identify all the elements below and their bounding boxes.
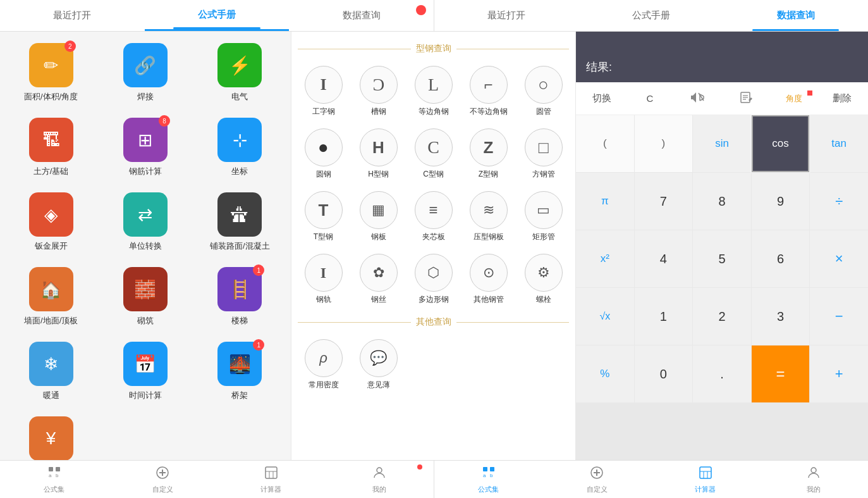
round-steel-icon: ● (305, 128, 343, 166)
0-button[interactable]: 0 (635, 345, 693, 402)
sound-button[interactable] (675, 87, 721, 110)
5-button[interactable]: 5 (693, 230, 751, 287)
middle-panel-steel: 型钢查询 I 工字钢 C 槽钢 L 等边角钢 ⌐ 不等边角钢 ○ 圆管 (291, 32, 575, 460)
bottom-custom2[interactable]: 自定义 (543, 461, 652, 498)
steel-uneq-angle[interactable]: ⌐ 不等边角钢 (463, 62, 514, 121)
memo-button[interactable] (723, 86, 769, 111)
steel-c-beam[interactable]: C C型钢 (408, 125, 459, 184)
app-elec[interactable]: ⚡ 电气 (195, 38, 284, 108)
tab-formula2[interactable]: 公式手册 (579, 0, 724, 31)
app-bridge[interactable]: 🌉 1 桥架 (195, 337, 284, 406)
steel-bolt[interactable]: ⚙ 螺栓 (518, 250, 569, 309)
tan-button[interactable]: tan (810, 115, 868, 172)
bottom-mine-label: 我的 (372, 485, 386, 494)
dot-button[interactable]: . (693, 345, 751, 402)
pct-button[interactable]: % (576, 345, 634, 402)
feedback-item[interactable]: 💬 意见薄 (353, 335, 404, 394)
app-rebar[interactable]: ⊞ 8 钢筋计算 (101, 113, 190, 182)
1-button[interactable]: 1 (635, 288, 693, 345)
tab-recent2[interactable]: 最近打开 (434, 0, 579, 31)
lparen-button[interactable]: ( (576, 115, 634, 172)
tab-data2[interactable]: 数据查询 (723, 0, 868, 31)
app-stair-label: 楼梯 (231, 315, 248, 327)
div-button[interactable]: ÷ (810, 173, 868, 230)
bottom-mine[interactable]: 我的 (326, 461, 434, 498)
tab-formula[interactable]: 公式手册 (145, 0, 290, 31)
8-button[interactable]: 8 (693, 173, 751, 230)
steel-sandwich[interactable]: ≡ 夹芯板 (408, 187, 459, 246)
9-button[interactable]: 9 (752, 173, 810, 230)
switch-button[interactable]: 切换 (578, 87, 625, 109)
pi-button[interactable]: π (576, 173, 634, 230)
mul-button[interactable]: × (810, 230, 868, 287)
6-button[interactable]: 6 (752, 230, 810, 287)
steel-poly[interactable]: ⬡ 多边形钢 (408, 250, 459, 309)
app-weld[interactable]: 🔗 焊接 (101, 38, 190, 108)
app-brick[interactable]: 🧱 砌筑 (101, 262, 190, 332)
steel-round-pipe[interactable]: ○ 圆管 (518, 62, 569, 121)
3-button[interactable]: 3 (752, 288, 810, 345)
steel-rect-tube[interactable]: ▭ 矩形管 (518, 187, 569, 246)
steel-z-beam[interactable]: Z Z型钢 (463, 125, 514, 184)
poly-icon: ⬡ (415, 254, 453, 292)
bottom-custom-label: 自定义 (152, 485, 173, 494)
rparen-button[interactable]: ) (635, 115, 693, 172)
main-content: ✏ 2 面积/体积/角度 🔗 焊接 ⚡ 电气 🏗 土方/基础 ⊞ 8 (0, 32, 868, 460)
sub-button[interactable]: − (810, 288, 868, 345)
app-wall[interactable]: 🏠 墙面/地面/顶板 (6, 262, 95, 332)
steel-wire[interactable]: ✿ 钢丝 (353, 250, 404, 309)
tab-recent[interactable]: 最近打开 (0, 0, 145, 31)
steel-plate[interactable]: ▦ 钢板 (353, 187, 404, 246)
app-coord[interactable]: ⊹ 坐标 (195, 113, 284, 182)
app-area[interactable]: ✏ 2 面积/体积/角度 (6, 38, 95, 108)
app-time[interactable]: 📅 时间计算 (101, 337, 190, 406)
bottom-mine2[interactable]: 我的 (760, 461, 869, 498)
bottom-custom[interactable]: 自定义 (109, 461, 217, 498)
sqrt-button[interactable]: √x (576, 288, 634, 345)
app-elec-icon: ⚡ (217, 43, 262, 87)
i-beam-icon: I (305, 66, 343, 104)
app-paving-label: 铺装路面/混凝土 (210, 240, 270, 252)
steel-other-pipe[interactable]: ⊙ 其他钢管 (463, 250, 514, 309)
delete-button[interactable]: 删除 (819, 87, 865, 109)
wire-icon: ✿ (360, 254, 398, 292)
sq-button[interactable]: x² (576, 230, 634, 287)
add-button[interactable]: + (810, 345, 868, 402)
density-item[interactable]: ρ 常用密度 (298, 335, 349, 394)
app-earth[interactable]: 🏗 土方/基础 (6, 113, 95, 182)
steel-eq-angle[interactable]: L 等边角钢 (408, 62, 459, 121)
bottom-formula-set2[interactable]: ab 公式集 (434, 461, 543, 498)
steel-profiled[interactable]: ≋ 压型钢板 (463, 187, 514, 246)
steel-i-beam[interactable]: I 工字钢 (298, 62, 349, 121)
steel-h-beam[interactable]: H H型钢 (353, 125, 404, 184)
app-sheet[interactable]: ◈ 钣金展开 (6, 187, 95, 257)
app-stair-icon: 🪜 1 (217, 267, 262, 311)
bottom-calculator[interactable]: 计算器 (217, 461, 326, 498)
4-button[interactable]: 4 (635, 230, 693, 287)
steel-t-beam[interactable]: T T型钢 (298, 187, 349, 246)
app-unit[interactable]: ⇄ 单位转换 (101, 187, 190, 257)
sin-button[interactable]: sin (693, 115, 751, 172)
app-rebar-label: 钢筋计算 (129, 166, 162, 177)
memo-icon (740, 91, 752, 104)
cos-button[interactable]: cos (752, 115, 810, 172)
tab-data[interactable]: 数据查询 (289, 0, 434, 31)
steel-rail[interactable]: I 钢轨 (298, 250, 349, 309)
app-stair[interactable]: 🪜 1 楼梯 (195, 262, 284, 332)
bottom-nav: ab 公式集 自定义 计算器 我的 ab (0, 460, 868, 498)
app-rebar-icon: ⊞ 8 (123, 118, 168, 162)
7-button[interactable]: 7 (635, 173, 693, 230)
2-button[interactable]: 2 (693, 288, 751, 345)
equals-button[interactable]: = (752, 345, 810, 402)
app-paving[interactable]: 🛣 铺装路面/混凝土 (195, 187, 284, 257)
clear-button[interactable]: C (627, 88, 673, 109)
steel-sq-pipe[interactable]: □ 方钢管 (518, 125, 569, 184)
steel-round-steel[interactable]: ● 圆钢 (298, 125, 349, 184)
bottom-formula-set[interactable]: ab 公式集 (0, 461, 109, 498)
rect-tube-icon: ▭ (525, 191, 563, 229)
bottom-calculator2[interactable]: 计算器 (651, 461, 760, 498)
steel-channel[interactable]: C 槽钢 (353, 62, 404, 121)
app-home2[interactable]: ¥ (6, 411, 95, 460)
app-hvac[interactable]: ❄ 暖通 (6, 337, 95, 406)
angle-button[interactable]: 角度 (771, 88, 817, 109)
